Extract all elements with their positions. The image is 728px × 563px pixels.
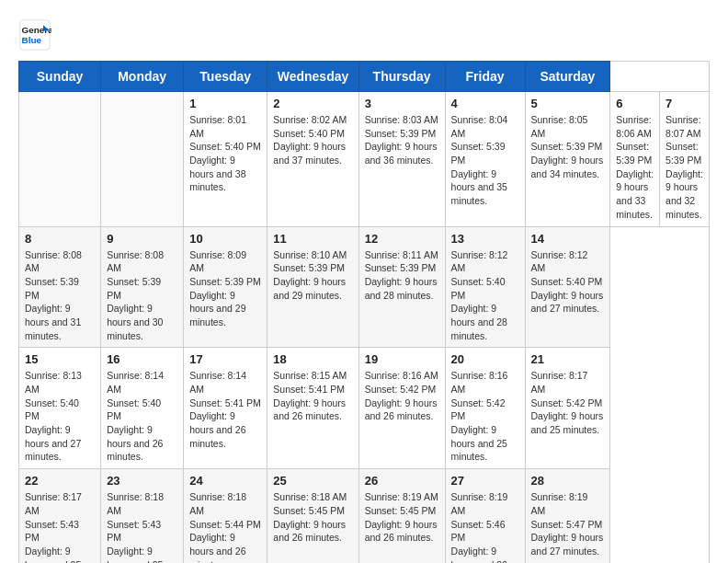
weekday-header-cell: Saturday	[525, 62, 610, 92]
calendar-day-cell: 13Sunrise: 8:12 AMSunset: 5:40 PMDayligh…	[445, 226, 525, 348]
calendar-day-cell: 20Sunrise: 8:16 AMSunset: 5:42 PMDayligh…	[445, 348, 525, 469]
day-info: Sunrise: 8:13 AMSunset: 5:40 PMDaylight:…	[25, 369, 95, 464]
day-number: 19	[365, 352, 439, 366]
day-number: 28	[531, 474, 605, 488]
page-header: General Blue	[18, 18, 710, 52]
day-info: Sunrise: 8:01 AMSunset: 5:40 PMDaylight:…	[189, 113, 261, 194]
day-number: 5	[531, 97, 605, 110]
weekday-header-cell: Wednesday	[267, 62, 358, 92]
calendar-day-cell: 2Sunrise: 8:02 AMSunset: 5:40 PMDaylight…	[267, 92, 358, 227]
calendar-day-cell: 17Sunrise: 8:14 AMSunset: 5:41 PMDayligh…	[184, 348, 267, 469]
calendar-day-cell: 9Sunrise: 8:08 AMSunset: 5:39 PMDaylight…	[101, 226, 184, 348]
day-info: Sunrise: 8:10 AMSunset: 5:39 PMDaylight:…	[273, 248, 352, 303]
svg-text:Blue: Blue	[22, 35, 42, 45]
calendar-day-cell: 6Sunrise: 8:06 AMSunset: 5:39 PMDaylight…	[610, 92, 660, 227]
day-number: 10	[189, 232, 261, 246]
day-number: 6	[616, 97, 654, 110]
day-info: Sunrise: 8:17 AMSunset: 5:42 PMDaylight:…	[531, 369, 605, 436]
day-info: Sunrise: 8:11 AMSunset: 5:39 PMDaylight:…	[365, 248, 439, 303]
weekday-header-row: SundayMondayTuesdayWednesdayThursdayFrid…	[19, 62, 710, 92]
calendar-day-cell: 26Sunrise: 8:19 AMSunset: 5:45 PMDayligh…	[358, 469, 445, 563]
day-info: Sunrise: 8:12 AMSunset: 5:40 PMDaylight:…	[451, 248, 519, 343]
calendar-day-cell: 5Sunrise: 8:05 AMSunset: 5:39 PMDaylight…	[525, 92, 610, 227]
day-info: Sunrise: 8:07 AMSunset: 5:39 PMDaylight:…	[665, 113, 703, 222]
day-number: 15	[25, 352, 95, 366]
day-number: 16	[107, 352, 177, 366]
logo-icon: General Blue	[18, 18, 51, 52]
calendar-day-cell: 22Sunrise: 8:17 AMSunset: 5:43 PMDayligh…	[19, 469, 101, 563]
day-info: Sunrise: 8:08 AMSunset: 5:39 PMDaylight:…	[25, 248, 95, 343]
weekday-header-cell: Sunday	[19, 62, 101, 92]
calendar-week-row: 8Sunrise: 8:08 AMSunset: 5:39 PMDaylight…	[19, 226, 710, 348]
calendar-week-row: 1Sunrise: 8:01 AMSunset: 5:40 PMDaylight…	[19, 92, 710, 227]
weekday-header-cell: Tuesday	[184, 62, 267, 92]
day-number: 8	[25, 232, 95, 246]
calendar-day-cell	[101, 92, 184, 227]
calendar-day-cell: 12Sunrise: 8:11 AMSunset: 5:39 PMDayligh…	[358, 226, 445, 348]
day-number: 4	[451, 97, 519, 110]
day-number: 25	[273, 474, 352, 488]
day-number: 9	[107, 232, 177, 246]
calendar-day-cell: 7Sunrise: 8:07 AMSunset: 5:39 PMDaylight…	[660, 92, 710, 227]
calendar-day-cell: 19Sunrise: 8:16 AMSunset: 5:42 PMDayligh…	[358, 348, 445, 469]
day-info: Sunrise: 8:18 AMSunset: 5:43 PMDaylight:…	[107, 490, 177, 563]
weekday-header-cell: Thursday	[358, 62, 445, 92]
day-number: 26	[365, 474, 439, 488]
calendar-day-cell: 4Sunrise: 8:04 AMSunset: 5:39 PMDaylight…	[445, 92, 525, 227]
day-number: 27	[451, 474, 519, 488]
calendar-day-cell: 14Sunrise: 8:12 AMSunset: 5:40 PMDayligh…	[525, 226, 610, 348]
calendar-day-cell: 16Sunrise: 8:14 AMSunset: 5:40 PMDayligh…	[101, 348, 184, 469]
day-number: 11	[273, 232, 352, 246]
day-number: 1	[189, 97, 261, 110]
day-number: 17	[189, 352, 261, 366]
day-number: 3	[365, 97, 439, 110]
calendar-day-cell: 1Sunrise: 8:01 AMSunset: 5:40 PMDaylight…	[184, 92, 267, 227]
calendar-day-cell: 11Sunrise: 8:10 AMSunset: 5:39 PMDayligh…	[267, 226, 358, 348]
calendar-day-cell: 28Sunrise: 8:19 AMSunset: 5:47 PMDayligh…	[525, 469, 610, 563]
day-number: 13	[451, 232, 519, 246]
day-info: Sunrise: 8:19 AMSunset: 5:45 PMDaylight:…	[365, 490, 439, 545]
calendar-day-cell: 21Sunrise: 8:17 AMSunset: 5:42 PMDayligh…	[525, 348, 610, 469]
day-number: 2	[273, 97, 352, 110]
calendar-table: SundayMondayTuesdayWednesdayThursdayFrid…	[18, 61, 710, 563]
calendar-day-cell: 8Sunrise: 8:08 AMSunset: 5:39 PMDaylight…	[19, 226, 101, 348]
day-number: 12	[365, 232, 439, 246]
calendar-week-row: 22Sunrise: 8:17 AMSunset: 5:43 PMDayligh…	[19, 469, 710, 563]
logo: General Blue	[18, 18, 57, 52]
day-number: 18	[273, 352, 352, 366]
calendar-body: 1Sunrise: 8:01 AMSunset: 5:40 PMDaylight…	[19, 92, 710, 564]
calendar-week-row: 15Sunrise: 8:13 AMSunset: 5:40 PMDayligh…	[19, 348, 710, 469]
day-info: Sunrise: 8:05 AMSunset: 5:39 PMDaylight:…	[531, 113, 605, 180]
calendar-day-cell: 25Sunrise: 8:18 AMSunset: 5:45 PMDayligh…	[267, 469, 358, 563]
calendar-day-cell: 3Sunrise: 8:03 AMSunset: 5:39 PMDaylight…	[358, 92, 445, 227]
weekday-header-cell: Monday	[101, 62, 184, 92]
day-number: 23	[107, 474, 177, 488]
day-info: Sunrise: 8:18 AMSunset: 5:45 PMDaylight:…	[273, 490, 352, 545]
day-info: Sunrise: 8:04 AMSunset: 5:39 PMDaylight:…	[451, 113, 519, 208]
day-info: Sunrise: 8:16 AMSunset: 5:42 PMDaylight:…	[365, 369, 439, 423]
calendar-day-cell: 18Sunrise: 8:15 AMSunset: 5:41 PMDayligh…	[267, 348, 358, 469]
day-info: Sunrise: 8:18 AMSunset: 5:44 PMDaylight:…	[189, 490, 261, 563]
weekday-header-cell: Friday	[445, 62, 525, 92]
day-number: 14	[531, 232, 605, 246]
calendar-day-cell: 24Sunrise: 8:18 AMSunset: 5:44 PMDayligh…	[184, 469, 267, 563]
day-info: Sunrise: 8:17 AMSunset: 5:43 PMDaylight:…	[25, 490, 95, 563]
calendar-day-cell: 10Sunrise: 8:09 AMSunset: 5:39 PMDayligh…	[184, 226, 267, 348]
day-number: 24	[189, 474, 261, 488]
calendar-day-cell: 23Sunrise: 8:18 AMSunset: 5:43 PMDayligh…	[101, 469, 184, 563]
day-info: Sunrise: 8:02 AMSunset: 5:40 PMDaylight:…	[273, 113, 352, 167]
day-info: Sunrise: 8:12 AMSunset: 5:40 PMDaylight:…	[531, 248, 605, 316]
day-info: Sunrise: 8:09 AMSunset: 5:39 PMDaylight:…	[189, 248, 261, 329]
day-number: 7	[665, 97, 703, 110]
calendar-day-cell: 27Sunrise: 8:19 AMSunset: 5:46 PMDayligh…	[445, 469, 525, 563]
day-info: Sunrise: 8:16 AMSunset: 5:42 PMDaylight:…	[451, 369, 519, 464]
day-info: Sunrise: 8:19 AMSunset: 5:47 PMDaylight:…	[531, 490, 605, 557]
calendar-day-cell	[19, 92, 101, 227]
day-info: Sunrise: 8:14 AMSunset: 5:41 PMDaylight:…	[189, 369, 261, 450]
day-info: Sunrise: 8:08 AMSunset: 5:39 PMDaylight:…	[107, 248, 177, 343]
day-number: 22	[25, 474, 95, 488]
day-info: Sunrise: 8:14 AMSunset: 5:40 PMDaylight:…	[107, 369, 177, 464]
day-info: Sunrise: 8:03 AMSunset: 5:39 PMDaylight:…	[365, 113, 439, 167]
calendar-day-cell: 15Sunrise: 8:13 AMSunset: 5:40 PMDayligh…	[19, 348, 101, 469]
day-info: Sunrise: 8:06 AMSunset: 5:39 PMDaylight:…	[616, 113, 654, 222]
